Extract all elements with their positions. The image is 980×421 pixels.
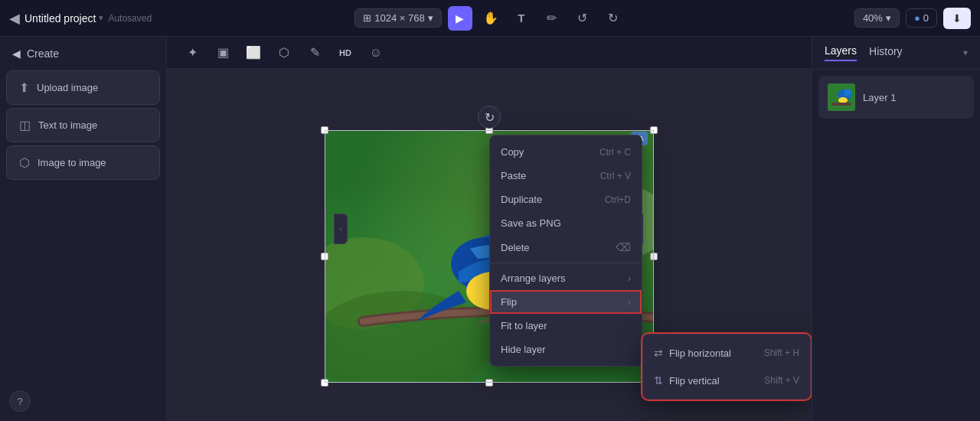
handle-top-right[interactable] xyxy=(650,126,658,134)
face-icon: ☺ xyxy=(370,46,382,60)
menu-item-fit-to-layer[interactable]: Fit to layer xyxy=(490,314,642,338)
edit-icon: ✎ xyxy=(310,45,320,60)
back-icon: ◀ xyxy=(9,10,20,27)
flip-vertical-label: Flip vertical xyxy=(669,375,720,387)
context-menu: Copy Ctrl + C Paste Ctrl + V Duplicate C… xyxy=(489,135,642,367)
redo-icon: ↻ xyxy=(608,11,618,25)
fit-to-layer-label: Fit to layer xyxy=(501,320,547,331)
credits-count: 0 xyxy=(923,12,929,24)
refresh-button[interactable]: ↻ xyxy=(478,106,501,129)
flip-submenu: ⇄ Flip horizontal Shift + H ⇅ Flip verti… xyxy=(642,334,811,400)
left-collapse-icon: ‹ xyxy=(339,225,341,233)
face-button[interactable]: ☺ xyxy=(363,40,389,66)
canvas-size-label: 1024 × 768 xyxy=(374,12,424,24)
handle-bottom-left[interactable] xyxy=(321,379,328,387)
right-sidebar-tabs: Layers History ▾ xyxy=(812,37,980,70)
create-header: ◀ Create xyxy=(0,37,166,70)
hand-icon: ✋ xyxy=(483,11,498,25)
tab-layers[interactable]: Layers xyxy=(825,44,857,61)
play-icon: ▶ xyxy=(456,12,464,24)
tag-button[interactable]: ⬡ xyxy=(271,40,297,66)
play-button[interactable]: ▶ xyxy=(448,6,472,31)
text-to-image-icon: ◫ xyxy=(19,118,31,132)
handle-bottom-center[interactable] xyxy=(485,379,493,387)
zoom-button[interactable]: 40% ▾ xyxy=(854,8,900,28)
help-icon: ? xyxy=(17,396,22,407)
flip-horizontal-left: ⇄ Flip horizontal xyxy=(654,347,731,359)
flip-label: Flip xyxy=(501,296,517,308)
pen-icon: ✏ xyxy=(547,11,557,25)
upload-image-icon: ⬆ xyxy=(19,80,29,95)
menu-item-delete[interactable]: Delete ⌫ xyxy=(490,235,642,259)
upload-image-button[interactable]: ⬆ Upload image xyxy=(6,70,160,105)
tag-icon: ⬡ xyxy=(279,45,289,60)
flip-horizontal-item[interactable]: ⇄ Flip horizontal Shift + H xyxy=(643,339,810,367)
text-to-image-label: Text to image xyxy=(38,119,97,131)
undo-button[interactable]: ↺ xyxy=(570,6,595,31)
copy-label: Copy xyxy=(501,146,524,158)
hd-button[interactable]: HD xyxy=(332,40,358,66)
layer-1-name: Layer 1 xyxy=(863,92,896,103)
right-tab-chevron: ▾ xyxy=(963,47,968,58)
topbar: ◀ Untitled project ▾ Autosaved ⊞ 1024 × … xyxy=(0,0,980,37)
copy-shortcut: Ctrl + C xyxy=(599,147,631,158)
tab-history[interactable]: History xyxy=(869,45,903,60)
edit-button[interactable]: ✎ xyxy=(302,40,328,66)
magic-select-button[interactable]: ✦ xyxy=(179,40,205,66)
menu-item-flip[interactable]: Flip › xyxy=(490,290,642,314)
image-to-image-icon: ⬡ xyxy=(19,155,30,170)
zoom-level-label: 40% xyxy=(863,12,883,24)
credits-button[interactable]: ● 0 xyxy=(906,8,937,28)
svg-rect-25 xyxy=(831,103,851,106)
text-to-image-button[interactable]: ◫ Text to image xyxy=(6,108,160,142)
flip-horizontal-shortcut: Shift + H xyxy=(764,348,799,358)
left-sidebar: ◀ Create ⬆ Upload image ◫ Text to image … xyxy=(0,37,167,421)
canvas-size-dropdown-icon: ▾ xyxy=(428,12,433,24)
duplicate-label: Duplicate xyxy=(501,194,542,205)
topbar-left: ◀ Untitled project ▾ Autosaved xyxy=(9,10,347,27)
hand-tool-button[interactable]: ✋ xyxy=(479,6,503,31)
image-to-image-button[interactable]: ⬡ Image to image xyxy=(6,145,160,180)
layer-1-item[interactable]: Layer 1 xyxy=(818,76,974,119)
upload-image-label: Upload image xyxy=(37,82,98,93)
handle-mid-left[interactable] xyxy=(321,253,328,260)
menu-item-arrange-layers[interactable]: Arrange layers › xyxy=(490,266,642,290)
frame-button[interactable]: ▣ xyxy=(210,40,236,66)
menu-item-paste[interactable]: Paste Ctrl + V xyxy=(490,164,642,188)
canvas-size-button[interactable]: ⊞ 1024 × 768 ▾ xyxy=(354,8,441,28)
help-button[interactable]: ? xyxy=(9,390,31,412)
redo-button[interactable]: ↻ xyxy=(601,6,626,31)
image-tool-button[interactable]: ⬜ xyxy=(240,40,266,66)
back-button[interactable]: ◀ xyxy=(9,10,20,27)
create-back-icon: ◀ xyxy=(12,47,21,60)
flip-horizontal-icon: ⇄ xyxy=(654,347,663,359)
right-sidebar: Layers History ▾ Layer 1 xyxy=(812,37,980,421)
project-name-label: Untitled project xyxy=(24,12,96,24)
left-sidebar-collapse[interactable]: ‹ xyxy=(334,214,348,244)
refresh-icon: ↻ xyxy=(485,110,495,125)
canvas-area[interactable]: ✦ ▣ ⬜ ⬡ ✎ HD ☺ ↻ xyxy=(167,37,812,421)
secondary-toolbar: ✦ ▣ ⬜ ⬡ ✎ HD ☺ xyxy=(167,37,812,69)
flip-vertical-icon: ⇅ xyxy=(654,374,663,387)
menu-item-save-png[interactable]: Save as PNG xyxy=(490,211,642,235)
project-name[interactable]: Untitled project ▾ xyxy=(24,12,103,24)
menu-item-hide-layer[interactable]: Hide layer xyxy=(490,338,642,361)
text-tool-button[interactable]: T xyxy=(509,6,534,31)
flip-vertical-item[interactable]: ⇅ Flip vertical Shift + V xyxy=(643,367,810,394)
menu-item-copy[interactable]: Copy Ctrl + C xyxy=(490,140,642,164)
canvas-resize-icon: ⊞ xyxy=(363,12,371,24)
download-button[interactable]: ⬇ xyxy=(943,8,971,29)
flip-vertical-shortcut: Shift + V xyxy=(764,375,799,386)
handle-top-left[interactable] xyxy=(321,126,328,134)
pen-tool-button[interactable]: ✏ xyxy=(540,6,564,31)
menu-item-duplicate[interactable]: Duplicate Ctrl+D xyxy=(490,188,642,211)
topbar-right: 40% ▾ ● 0 ⬇ xyxy=(633,8,971,29)
handle-mid-right[interactable] xyxy=(650,253,658,260)
svg-point-23 xyxy=(844,89,851,96)
undo-icon: ↺ xyxy=(577,11,587,25)
flip-chevron: › xyxy=(628,297,631,308)
credits-icon: ● xyxy=(914,12,920,24)
download-icon: ⬇ xyxy=(952,12,962,24)
magic-select-icon: ✦ xyxy=(188,45,198,60)
menu-divider-1 xyxy=(490,263,642,263)
